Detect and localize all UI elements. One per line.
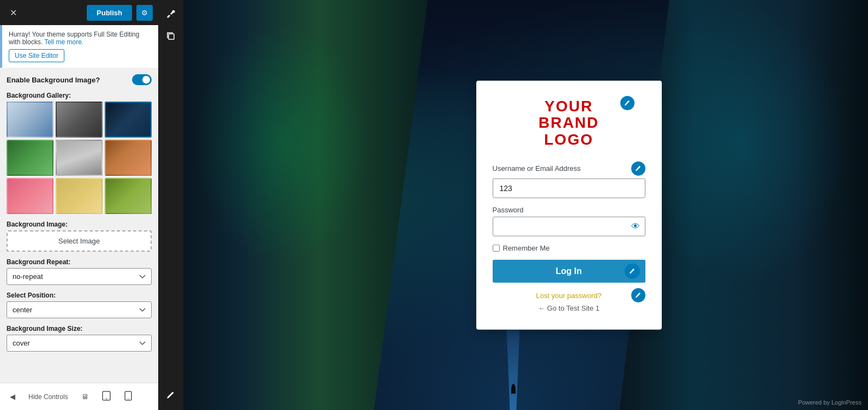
username-group: Username or Email Address <box>493 162 645 198</box>
logo-edit-button[interactable] <box>620 96 634 110</box>
enable-bg-label: Enable Background Image? <box>7 76 100 84</box>
footer-edit-button[interactable] <box>631 288 645 302</box>
svg-point-1 <box>106 399 107 400</box>
mobile-view-button[interactable] <box>121 389 135 405</box>
eye-icon[interactable]: 👁 <box>631 222 640 231</box>
username-input[interactable] <box>493 179 645 198</box>
panel-content: Enable Background Image? Background Gall… <box>0 68 158 383</box>
login-btn-edit[interactable] <box>625 264 640 279</box>
bottom-pencil-icon-button[interactable] <box>161 385 181 405</box>
enable-bg-toggle[interactable] <box>132 74 152 85</box>
gallery-section: Background Gallery: <box>7 92 152 214</box>
username-label-edit-button[interactable] <box>631 162 645 176</box>
copy-icon-button[interactable] <box>161 26 181 46</box>
card-footer: Lost your password? <box>493 292 645 300</box>
svg-rect-5 <box>169 34 174 39</box>
bg-repeat-label: Background Repeat: <box>7 258 152 266</box>
top-bar: ✕ Publish ⚙ <box>0 0 158 25</box>
settings-button[interactable]: ⚙ <box>136 5 153 21</box>
gallery-item-9[interactable] <box>105 178 152 214</box>
brand-logo: YOURBRANDLOGO <box>493 98 645 148</box>
login-card: YOURBRANDLOGO Username or Email Address … <box>476 80 662 329</box>
gallery-item-5[interactable] <box>56 140 103 176</box>
username-label-row: Username or Email Address <box>493 162 645 176</box>
tell-me-more-link[interactable]: Tell me more. <box>44 38 83 46</box>
hide-controls-button[interactable]: Hide Controls <box>25 391 71 403</box>
tablet-icon <box>101 391 111 402</box>
password-label-row: Password <box>493 206 645 214</box>
select-image-button[interactable]: Select Image <box>7 230 152 252</box>
gallery-item-7[interactable] <box>7 178 53 214</box>
close-button[interactable]: ✕ <box>5 5 21 20</box>
side-icons <box>158 0 183 410</box>
use-site-editor-button[interactable]: Use Site Editor <box>9 49 64 62</box>
desktop-view-button[interactable]: 🖥 <box>78 390 92 403</box>
gallery-label: Background Gallery: <box>7 92 152 99</box>
bg-size-select[interactable]: cover contain auto <box>7 335 152 352</box>
position-select[interactable]: center top bottom left right <box>7 301 152 318</box>
gallery-item-4[interactable] <box>7 140 53 176</box>
position-label: Select Position: <box>7 292 152 299</box>
remember-checkbox[interactable] <box>493 245 500 252</box>
gallery-item-2[interactable] <box>56 102 103 138</box>
back-to-site-link[interactable]: ← Go to Test Site 1 <box>493 304 645 312</box>
notice-text: Hurray! Your theme supports Full Site Ed… <box>9 31 139 46</box>
mobile-icon <box>124 391 132 402</box>
password-group: Password 👁 <box>493 206 645 236</box>
password-input[interactable] <box>493 217 645 236</box>
notice-bar: Hurray! Your theme supports Full Site Ed… <box>0 25 158 68</box>
remember-row: Remember Me <box>493 244 645 252</box>
bg-size-section: Background Image Size: cover contain aut… <box>7 325 152 352</box>
svg-point-3 <box>128 399 129 400</box>
username-label: Username or Email Address <box>493 164 581 173</box>
gallery-item-8[interactable] <box>56 178 103 214</box>
wrench-icon-button[interactable] <box>161 4 181 24</box>
prev-btn[interactable]: ◀ <box>7 390 19 403</box>
lost-password-link[interactable]: Lost your password? <box>536 292 602 300</box>
password-label: Password <box>493 206 524 214</box>
rock-glow-right <box>634 0 847 287</box>
login-button[interactable]: Log In <box>493 260 645 283</box>
bg-repeat-section: Background Repeat: no-repeat repeat repe… <box>7 258 152 285</box>
bottom-bar: ◀ Hide Controls 🖥 <box>0 383 158 410</box>
publish-button[interactable]: Publish <box>87 5 132 21</box>
rock-glow-left <box>194 21 371 267</box>
bg-image-section: Background Image: Select Image <box>7 221 152 252</box>
bg-repeat-select[interactable]: no-repeat repeat repeat-x repeat-y <box>7 268 152 285</box>
desktop-icon: 🖥 <box>81 393 88 401</box>
remember-label: Remember Me <box>503 244 550 252</box>
gallery-item-3[interactable] <box>105 102 152 138</box>
gallery-grid <box>7 102 152 214</box>
gallery-item-6[interactable] <box>105 140 152 176</box>
left-panel: ✕ Publish ⚙ Hurray! Your theme supports … <box>0 0 158 410</box>
login-btn-label: Log In <box>556 266 582 276</box>
powered-by: Powered by LoginPress <box>798 399 861 406</box>
gallery-item-1[interactable] <box>7 102 53 138</box>
main-area: YOURBRANDLOGO Username or Email Address … <box>158 0 868 410</box>
bg-size-label: Background Image Size: <box>7 325 152 332</box>
enable-bg-row: Enable Background Image? <box>7 74 152 85</box>
bg-image-label: Background Image: <box>7 221 152 228</box>
figure <box>511 384 516 394</box>
position-section: Select Position: center top bottom left … <box>7 292 152 318</box>
password-wrapper: 👁 <box>493 217 645 236</box>
tablet-view-button[interactable] <box>98 389 115 405</box>
